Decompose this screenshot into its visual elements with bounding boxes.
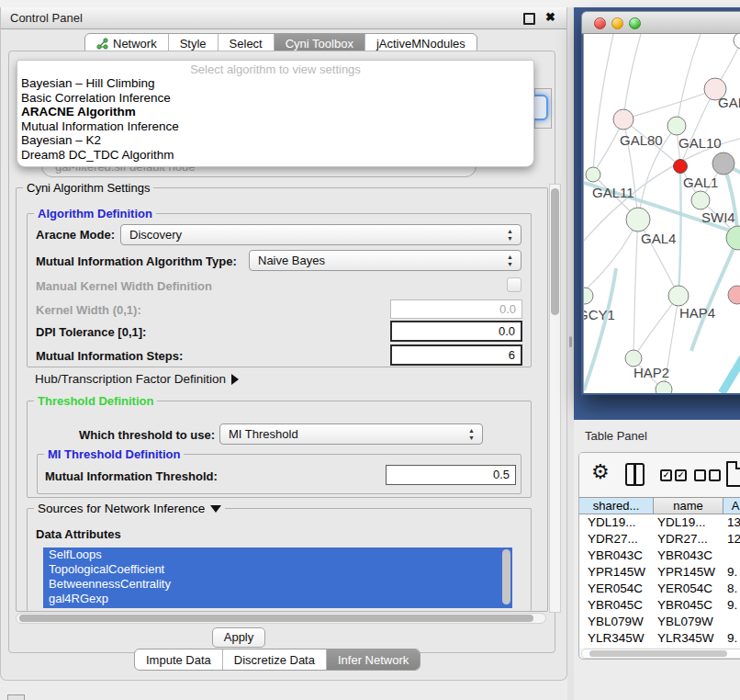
list-scrollbar[interactable] xyxy=(502,549,510,604)
deselect-all-icon[interactable] xyxy=(694,469,723,486)
network-node-gal80[interactable] xyxy=(613,109,633,130)
control-panel-title: Control Panel xyxy=(10,11,83,25)
mi-algorithm-type-combobox[interactable]: Naive Bayes ▲▼ xyxy=(249,250,521,271)
attribute-item[interactable]: SelfLoops xyxy=(43,548,512,562)
network-node[interactable] xyxy=(734,34,740,49)
which-threshold-combobox[interactable]: MI Threshold ▲▼ xyxy=(219,423,483,445)
scrollbar-thumb[interactable] xyxy=(589,650,727,657)
network-canvas[interactable]: GAL GAL80 GAL10 GAL1 GAL11 SWI4 GAL4 GCY… xyxy=(583,34,740,393)
manual-kernel-checkbox[interactable] xyxy=(507,277,521,292)
hub-definition-toggle[interactable]: Hub/Transcription Factor Definition xyxy=(35,372,239,386)
select-all-icon[interactable]: ✓✓ xyxy=(660,469,690,486)
threshold-definition-title: Threshold Definition xyxy=(34,394,157,408)
table-row[interactable]: YIL052CYIL052C9 xyxy=(579,647,740,648)
network-node-gal4[interactable] xyxy=(626,208,650,231)
table-row[interactable]: YDR27...YDR27...12 xyxy=(579,531,740,548)
table-row[interactable]: YBR045CYBR045C9. xyxy=(579,597,740,614)
tab-infer-network[interactable]: Infer Network xyxy=(327,649,420,670)
network-node-selected-red[interactable] xyxy=(674,160,688,174)
dropdown-prompt: Select algorithm to view settings xyxy=(17,62,533,76)
collapsed-arrow-icon xyxy=(231,374,239,385)
top-strip xyxy=(0,0,740,7)
dropdown-item-selected[interactable]: ARACNE Algorithm xyxy=(21,105,136,119)
sources-title[interactable]: Sources for Network Inference xyxy=(34,502,225,515)
settings-vertical-scrollbar[interactable] xyxy=(549,184,561,613)
mi-steps-field[interactable]: 6 xyxy=(390,344,522,366)
node-label: SWI4 xyxy=(701,209,735,225)
column-header-shared-name[interactable]: shared... xyxy=(579,498,654,514)
tab-impute-data[interactable]: Impute Data xyxy=(135,649,223,670)
columns-icon[interactable] xyxy=(625,463,645,486)
column-header-clipped[interactable]: A xyxy=(723,498,740,514)
network-node-gal1[interactable] xyxy=(691,191,710,209)
network-node-gcy1[interactable] xyxy=(584,288,593,304)
attribute-item[interactable]: gal4RGexp xyxy=(43,592,512,606)
network-icon xyxy=(96,38,108,50)
bottom-left-mini-icon[interactable] xyxy=(7,694,25,700)
panel-divider[interactable] xyxy=(567,7,574,700)
aracne-mode-combobox[interactable]: Discovery ▲▼ xyxy=(120,224,521,245)
tab-discretize-data[interactable]: Discretize Data xyxy=(223,649,327,670)
minimize-traffic-light-icon[interactable] xyxy=(611,17,623,29)
dropdown-item[interactable]: Mutual Information Inference xyxy=(21,119,179,133)
dpi-tolerance-field[interactable]: 0.0 xyxy=(390,321,522,342)
manual-kernel-label: Manual Kernel Width Definition xyxy=(36,279,212,293)
network-window-titlebar[interactable] xyxy=(581,11,740,34)
table-panel-title: Table Panel xyxy=(585,429,647,443)
apply-button[interactable]: Apply xyxy=(212,627,265,648)
data-attributes-list: SelfLoops TopologicalCoefficient Between… xyxy=(43,548,512,608)
node-label: GAL10 xyxy=(678,135,722,151)
close-traffic-light-icon[interactable] xyxy=(594,17,606,29)
table-row[interactable]: YBL079WYBL079W xyxy=(579,614,740,630)
network-node-gal11[interactable] xyxy=(586,167,600,182)
dpi-tolerance-label: DPI Tolerance [0,1]: xyxy=(36,325,146,339)
settings-horizontal-scrollbar[interactable] xyxy=(16,613,546,624)
network-node[interactable] xyxy=(656,381,672,393)
tab-network-label: Network xyxy=(113,37,157,51)
node-label: HAP2 xyxy=(633,365,669,380)
zoom-traffic-light-icon[interactable] xyxy=(629,17,641,29)
desktop-background: GAL GAL80 GAL10 GAL1 GAL11 SWI4 GAL4 GCY… xyxy=(574,7,740,420)
control-panel-titlebar[interactable]: Control Panel ✖ xyxy=(1,7,566,29)
table-row[interactable]: YBR043CYBR043C xyxy=(579,548,740,564)
dropdown-item[interactable]: Bayesian – K2 xyxy=(21,133,101,147)
network-node-hap4[interactable] xyxy=(668,286,689,306)
divider-handle[interactable] xyxy=(569,336,572,347)
table-row[interactable]: YPR145WYPR145W9. xyxy=(579,564,740,581)
stepper-icon: ▲▼ xyxy=(507,254,513,268)
attribute-item[interactable]: BetweennessCentrality xyxy=(43,577,512,592)
network-node-gal10[interactable] xyxy=(667,117,686,135)
node-label: HAP4 xyxy=(679,305,715,321)
kernel-width-field[interactable]: 0.0 xyxy=(390,299,522,319)
table-horizontal-scrollbar[interactable] xyxy=(581,649,740,659)
dropdown-item[interactable]: Bayesian – Hill Climbing xyxy=(21,76,155,90)
attribute-item[interactable]: TopologicalCoefficient xyxy=(43,562,512,577)
network-node-gray[interactable] xyxy=(712,152,734,175)
table-panel-box: ⚙ ✓✓ shared... name A YDL19...YDL19...13… xyxy=(578,452,740,660)
table-row[interactable]: YLR345WYLR345W9. xyxy=(579,630,740,647)
mi-type-label: Mutual Information Algorithm Type: xyxy=(36,254,237,268)
float-window-icon[interactable] xyxy=(523,13,535,25)
dropdown-item[interactable]: Dream8 DC_TDC Algorithm xyxy=(21,148,174,162)
table-row[interactable]: YER054CYER054C8. xyxy=(579,581,740,597)
table-row[interactable]: YDL19...YDL19...13 xyxy=(579,514,740,531)
mi-threshold-field[interactable]: 0.5 xyxy=(386,465,516,485)
scrollbar-thumb[interactable] xyxy=(551,188,559,315)
data-attributes-label: Data Attributes xyxy=(36,527,121,541)
scrollbar-thumb[interactable] xyxy=(19,615,533,622)
which-threshold-label: Which threshold to use: xyxy=(79,428,215,442)
algorithm-definition-title: Algorithm Definition xyxy=(34,207,156,220)
algorithm-dropdown-list: Select algorithm to view settings Bayesi… xyxy=(17,60,534,167)
gear-icon[interactable]: ⚙ xyxy=(591,460,610,484)
dropdown-item[interactable]: Basic Correlation Inference xyxy=(21,91,171,105)
mi-threshold-definition-title: MI Threshold Definition xyxy=(44,447,184,461)
close-icon[interactable]: ✖ xyxy=(545,10,555,24)
column-header-name[interactable]: name xyxy=(654,498,723,514)
mi-steps-label: Mutual Information Steps: xyxy=(36,349,183,363)
network-view-window: GAL GAL80 GAL10 GAL1 GAL11 SWI4 GAL4 GCY… xyxy=(581,11,740,395)
document-icon[interactable] xyxy=(726,461,740,487)
kernel-width-label: Kernel Width (0,1): xyxy=(36,303,141,317)
network-node-pink[interactable] xyxy=(728,286,740,304)
group-title: Cyni Algorithm Settings xyxy=(23,181,153,195)
aracne-mode-label: Aracne Mode: xyxy=(36,228,115,242)
